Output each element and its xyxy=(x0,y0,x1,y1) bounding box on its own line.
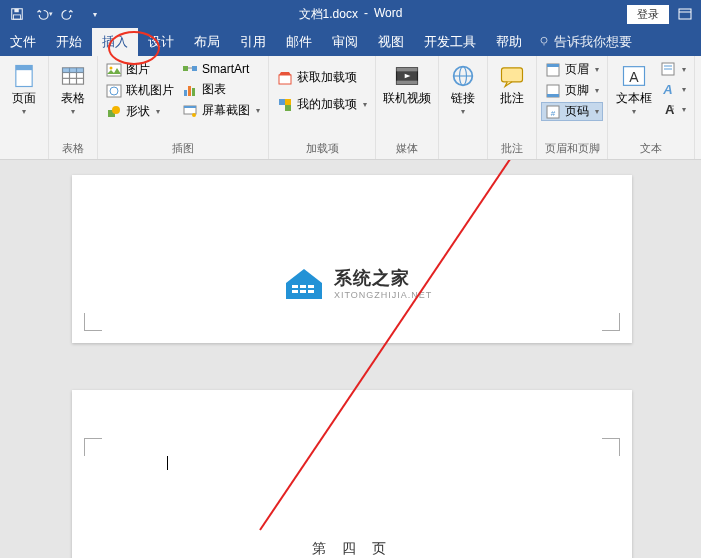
document-name: 文档1.docx xyxy=(299,6,358,23)
screenshot-button[interactable]: 屏幕截图▾ xyxy=(178,101,264,120)
tab-mailings[interactable]: 邮件 xyxy=(276,28,322,56)
online-pictures-label: 联机图片 xyxy=(126,82,174,99)
svg-rect-40 xyxy=(502,68,523,82)
tab-view[interactable]: 视图 xyxy=(368,28,414,56)
smartart-button[interactable]: SmartArt xyxy=(178,60,264,78)
group-label: 批注 xyxy=(492,139,532,159)
page-number-button[interactable]: #页码▾ xyxy=(541,102,603,121)
pages-button[interactable]: 页面 ▾ xyxy=(4,58,44,142)
tab-help[interactable]: 帮助 xyxy=(486,28,532,56)
footer-button[interactable]: 页脚▾ xyxy=(541,81,603,100)
tab-file[interactable]: 文件 xyxy=(0,28,46,56)
page-3-bottom[interactable]: 系统之家 XITONGZHIJIA.NET xyxy=(72,175,632,343)
header-button[interactable]: 页眉▾ xyxy=(541,60,603,79)
chevron-down-icon: ▾ xyxy=(256,106,260,115)
page-number-text: 第 四 页 xyxy=(312,540,392,558)
app-name: Word xyxy=(374,6,402,23)
group-links: 链接 ▾ xyxy=(439,56,488,159)
chevron-down-icon: ▾ xyxy=(595,86,599,95)
group-comments: 批注 批注 xyxy=(488,56,537,159)
watermark-subtitle: XITONGZHIJIA.NET xyxy=(334,290,432,300)
svg-rect-32 xyxy=(285,105,291,111)
login-button[interactable]: 登录 xyxy=(627,5,669,24)
my-addins-button[interactable]: 我的加载项▾ xyxy=(273,95,371,114)
qat-customize-icon[interactable]: ▾ xyxy=(84,3,106,25)
table-button[interactable]: 表格 ▾ xyxy=(53,58,93,139)
group-label: 插图 xyxy=(102,139,264,159)
textbox-label: 文本框 xyxy=(616,92,652,105)
chevron-down-icon: ▾ xyxy=(595,65,599,74)
get-addins-button[interactable]: 获取加载项 xyxy=(273,68,371,87)
header-label: 页眉 xyxy=(565,61,589,78)
svg-rect-30 xyxy=(279,75,291,84)
document-area[interactable]: 系统之家 XITONGZHIJIA.NET 第 四 页 xyxy=(0,160,701,558)
svg-rect-22 xyxy=(192,66,197,71)
group-pages: 页面 ▾ xyxy=(0,56,49,159)
comment-label: 批注 xyxy=(500,92,524,105)
undo-icon[interactable]: ▾ xyxy=(32,3,54,25)
svg-rect-31 xyxy=(279,99,285,105)
comment-icon xyxy=(498,62,526,90)
ribbon-display-options-icon[interactable] xyxy=(677,6,693,22)
video-icon xyxy=(393,62,421,90)
chevron-down-icon: ▾ xyxy=(632,107,636,116)
ribbon-tabs: 文件 开始 插入 设计 布局 引用 邮件 审阅 视图 开发工具 帮助 告诉我你想… xyxy=(0,28,701,56)
textbox-button[interactable]: A 文本框 ▾ xyxy=(612,58,656,139)
shapes-icon xyxy=(106,104,122,120)
tell-me-search[interactable]: 告诉我你想要 xyxy=(538,28,632,56)
tab-home[interactable]: 开始 xyxy=(46,28,92,56)
chart-button[interactable]: 图表 xyxy=(178,80,264,99)
tab-layout[interactable]: 布局 xyxy=(184,28,230,56)
tab-review[interactable]: 审阅 xyxy=(322,28,368,56)
addins-icon xyxy=(277,97,293,113)
table-icon xyxy=(59,62,87,90)
watermark-logo-icon xyxy=(282,265,326,301)
tab-design[interactable]: 设计 xyxy=(138,28,184,56)
header-icon xyxy=(545,62,561,78)
svg-rect-28 xyxy=(184,106,196,108)
title-right: 登录 xyxy=(627,5,701,24)
page-margin-marker xyxy=(84,438,102,456)
pictures-label: 图片 xyxy=(126,61,150,78)
tab-insert[interactable]: 插入 xyxy=(92,28,138,56)
watermark-title: 系统之家 xyxy=(334,266,432,290)
store-icon xyxy=(277,70,293,86)
watermark: 系统之家 XITONGZHIJIA.NET xyxy=(282,265,432,301)
quickparts-button[interactable]: ▾ xyxy=(656,60,690,78)
page-icon xyxy=(10,62,38,90)
group-label: 媒体 xyxy=(380,139,434,159)
svg-rect-24 xyxy=(184,90,187,96)
lightbulb-icon xyxy=(538,35,550,50)
page-4-top[interactable]: 第 四 页 xyxy=(72,390,632,558)
redo-icon[interactable] xyxy=(58,3,80,25)
window-title: 文档1.docx - Word xyxy=(299,6,403,23)
group-text: A 文本框 ▾ ▾ A▾ A▾ 文本 xyxy=(608,56,695,159)
wordart-button[interactable]: A▾ xyxy=(656,80,690,98)
title-bar: ▾ ▾ 文档1.docx - Word 登录 xyxy=(0,0,701,28)
online-pictures-button[interactable]: 联机图片 xyxy=(102,81,178,100)
chevron-down-icon: ▾ xyxy=(156,107,160,116)
chevron-down-icon: ▾ xyxy=(682,65,686,74)
group-tables: 表格 ▾ 表格 xyxy=(49,56,98,159)
svg-rect-36 xyxy=(397,81,418,85)
dropcap-button[interactable]: A▾ xyxy=(656,100,690,118)
screenshot-label: 屏幕截图 xyxy=(202,102,250,119)
online-video-button[interactable]: 联机视频 xyxy=(380,58,434,139)
group-header-footer: 页眉▾ 页脚▾ #页码▾ 页眉和页脚 xyxy=(537,56,608,159)
screenshot-icon xyxy=(182,103,198,119)
svg-rect-26 xyxy=(192,88,195,96)
save-icon[interactable] xyxy=(6,3,28,25)
tab-references[interactable]: 引用 xyxy=(230,28,276,56)
get-addins-label: 获取加载项 xyxy=(297,69,357,86)
group-label xyxy=(443,142,483,159)
pictures-button[interactable]: 图片 xyxy=(102,60,178,79)
shapes-button[interactable]: 形状▾ xyxy=(102,102,178,121)
tab-developer[interactable]: 开发工具 xyxy=(414,28,486,56)
svg-rect-14 xyxy=(63,68,84,73)
svg-rect-25 xyxy=(188,86,191,96)
svg-point-20 xyxy=(112,106,120,114)
svg-rect-56 xyxy=(292,285,298,288)
links-button[interactable]: 链接 ▾ xyxy=(443,58,483,142)
comment-button[interactable]: 批注 xyxy=(492,58,532,139)
svg-rect-35 xyxy=(397,68,418,72)
